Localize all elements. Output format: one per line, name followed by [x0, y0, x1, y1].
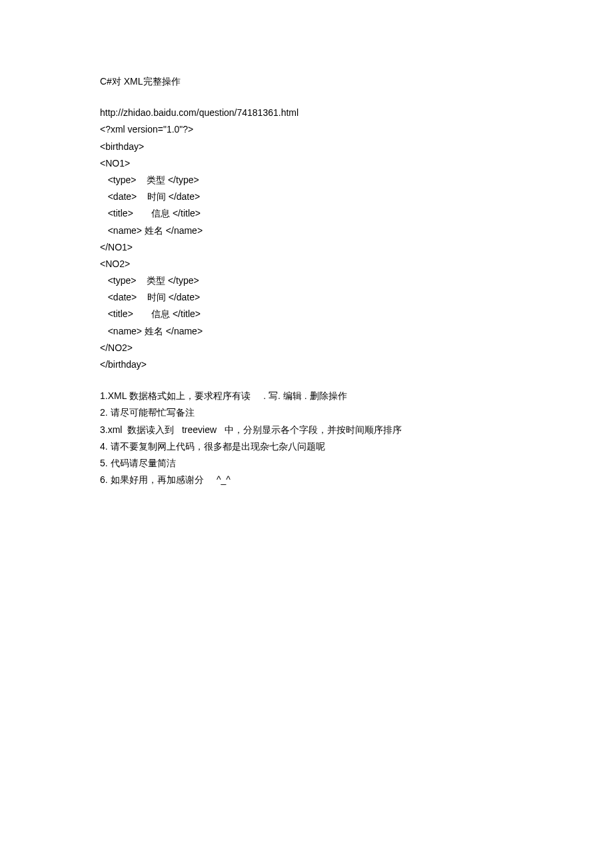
spacer [100, 373, 513, 388]
document-title: C#对 XML完整操作 [100, 73, 513, 90]
requirement-item: 3.xml 数据读入到 treeview 中，分别显示各个字段，并按时间顺序排序 [100, 422, 513, 438]
requirement-item: 2. 请尽可能帮忙写备注 [100, 404, 513, 421]
xml-line: <type> 类型 </type> [100, 172, 513, 189]
requirement-item: 5. 代码请尽量简洁 [100, 455, 513, 472]
requirement-item: 4. 请不要复制网上代码，很多都是出现杂七杂八问题呢 [100, 438, 513, 455]
requirement-item: 1.XML 数据格式如上，要求程序有读 . 写. 编辑 . 删除操作 [100, 388, 513, 404]
xml-line: </NO2> [100, 340, 513, 356]
document-page: C#对 XML完整操作 http://zhidao.baidu.com/ques… [0, 0, 613, 868]
xml-line: <name> 姓名 </name> [100, 222, 513, 239]
xml-line: <NO1> [100, 155, 513, 172]
source-url: http://zhidao.baidu.com/question/7418136… [100, 105, 513, 121]
xml-line: <birthday> [100, 139, 513, 155]
xml-line: <name> 姓名 </name> [100, 323, 513, 340]
requirement-item: 6. 如果好用，再加感谢分 ^_^ [100, 472, 513, 488]
xml-line: <type> 类型 </type> [100, 272, 513, 289]
xml-line: </NO1> [100, 239, 513, 256]
xml-line: <date> 时间 </date> [100, 289, 513, 306]
xml-line: <?xml version="1.0"?> [100, 121, 513, 138]
xml-line: <title> 信息 </title> [100, 205, 513, 222]
xml-line: <title> 信息 </title> [100, 306, 513, 322]
xml-line: </birthday> [100, 356, 513, 373]
xml-line: <NO2> [100, 256, 513, 272]
spacer [100, 90, 513, 105]
xml-line: <date> 时间 </date> [100, 189, 513, 205]
